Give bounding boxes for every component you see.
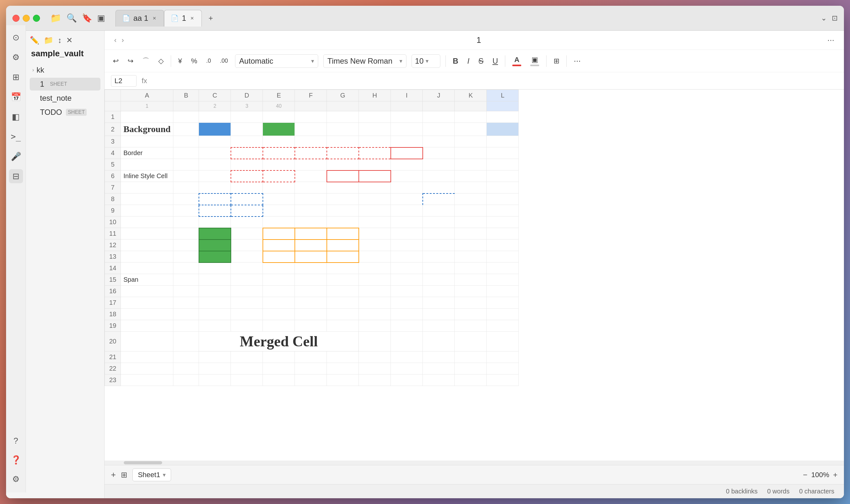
close-button[interactable] bbox=[13, 15, 19, 22]
cell-d5[interactable] bbox=[231, 159, 263, 170]
cell-d16[interactable] bbox=[231, 286, 263, 297]
cell-k11[interactable] bbox=[455, 228, 487, 239]
cell-l13[interactable] bbox=[487, 251, 519, 263]
sidebar-icon-home[interactable]: ⊙ bbox=[9, 31, 23, 44]
cell-l6[interactable] bbox=[487, 170, 519, 182]
cell-d9[interactable] bbox=[231, 205, 263, 216]
cell-i9[interactable] bbox=[391, 205, 423, 216]
cell-h2[interactable] bbox=[359, 123, 391, 136]
col-header-i[interactable]: I bbox=[391, 90, 423, 101]
cell-k22[interactable] bbox=[455, 363, 487, 375]
font-color-button[interactable]: A bbox=[510, 54, 523, 68]
close-panel-icon[interactable]: ✕ bbox=[66, 36, 73, 45]
cell-h14[interactable] bbox=[359, 263, 391, 274]
col-header-j[interactable]: J bbox=[423, 90, 455, 101]
sidebar-icon-grid[interactable]: ⊞ bbox=[9, 70, 23, 84]
currency-button[interactable]: ¥ bbox=[176, 56, 184, 67]
cell-a15[interactable]: Span bbox=[121, 274, 173, 286]
undo-button[interactable]: ↩ bbox=[111, 56, 121, 67]
cell-b20[interactable] bbox=[173, 331, 199, 352]
cell-e14[interactable] bbox=[263, 263, 295, 274]
cell-a14[interactable] bbox=[121, 263, 173, 274]
cell-k5[interactable] bbox=[455, 159, 487, 170]
cell-b10[interactable] bbox=[173, 216, 199, 228]
cell-reference[interactable]: L2 bbox=[111, 75, 137, 87]
cell-e23[interactable] bbox=[263, 375, 295, 386]
cell-l16[interactable] bbox=[487, 286, 519, 297]
cell-j9[interactable] bbox=[423, 205, 455, 216]
cell-l9[interactable] bbox=[487, 205, 519, 216]
cell-l11[interactable] bbox=[487, 228, 519, 239]
cell-c16[interactable] bbox=[199, 286, 231, 297]
cell-k4[interactable] bbox=[455, 147, 487, 159]
cell-h4[interactable] bbox=[359, 147, 391, 159]
horizontal-scrollbar[interactable] bbox=[105, 461, 844, 465]
cell-c21[interactable] bbox=[199, 352, 231, 363]
cell-c11[interactable] bbox=[199, 228, 231, 239]
cell-b6[interactable] bbox=[173, 170, 199, 182]
cell-a13[interactable] bbox=[121, 251, 173, 263]
cell-h11[interactable] bbox=[359, 228, 391, 239]
new-folder-icon[interactable]: 📁 bbox=[44, 36, 53, 45]
cell-i20[interactable] bbox=[391, 331, 423, 352]
cell-c8[interactable] bbox=[199, 194, 231, 205]
cell-k13[interactable] bbox=[455, 251, 487, 263]
cell-i16[interactable] bbox=[391, 286, 423, 297]
cell-c15[interactable] bbox=[199, 274, 231, 286]
sidebar-icon-settings[interactable]: ⚙ bbox=[9, 472, 23, 486]
cell-i17[interactable] bbox=[391, 297, 423, 309]
cell-b5[interactable] bbox=[173, 159, 199, 170]
tab-aa1[interactable]: 📄 aa 1 ✕ bbox=[115, 10, 164, 26]
cell-f17[interactable] bbox=[295, 297, 327, 309]
cell-e22[interactable] bbox=[263, 363, 295, 375]
strikethrough-button[interactable]: S bbox=[476, 55, 485, 67]
cell-i12[interactable] bbox=[391, 239, 423, 251]
cell-a8[interactable] bbox=[121, 194, 173, 205]
cell-j5[interactable] bbox=[423, 159, 455, 170]
fill-color-button[interactable]: ▣ bbox=[528, 54, 541, 68]
cell-j11[interactable] bbox=[423, 228, 455, 239]
cell-b1[interactable] bbox=[173, 111, 199, 123]
cell-c4[interactable] bbox=[199, 147, 231, 159]
cell-e13[interactable] bbox=[263, 251, 295, 263]
cell-h8[interactable] bbox=[359, 194, 391, 205]
clear-button[interactable]: ◇ bbox=[156, 56, 166, 67]
cell-e2[interactable] bbox=[263, 123, 295, 136]
cell-b23[interactable] bbox=[173, 375, 199, 386]
cell-j16[interactable] bbox=[423, 286, 455, 297]
cell-b9[interactable] bbox=[173, 205, 199, 216]
minimize-button[interactable] bbox=[23, 15, 30, 22]
cell-c22[interactable] bbox=[199, 363, 231, 375]
cell-b3[interactable] bbox=[173, 136, 199, 147]
cell-g7[interactable] bbox=[327, 182, 359, 194]
cell-a21[interactable] bbox=[121, 352, 173, 363]
cell-l15[interactable] bbox=[487, 274, 519, 286]
cell-g9[interactable] bbox=[327, 205, 359, 216]
cell-e12[interactable] bbox=[263, 239, 295, 251]
cell-c13[interactable] bbox=[199, 251, 231, 263]
cell-i1[interactable] bbox=[391, 111, 423, 123]
tab-1-close[interactable]: ✕ bbox=[189, 15, 195, 21]
cell-f13[interactable] bbox=[295, 251, 327, 263]
cell-g22[interactable] bbox=[327, 363, 359, 375]
cell-k14[interactable] bbox=[455, 263, 487, 274]
cell-g5[interactable] bbox=[327, 159, 359, 170]
cell-l22[interactable] bbox=[487, 363, 519, 375]
cell-b13[interactable] bbox=[173, 251, 199, 263]
cell-d6[interactable] bbox=[231, 170, 263, 182]
cell-e3[interactable] bbox=[263, 136, 295, 147]
col-header-e[interactable]: E bbox=[263, 90, 295, 101]
cell-f1[interactable] bbox=[295, 111, 327, 123]
cell-l4[interactable] bbox=[487, 147, 519, 159]
cell-j23[interactable] bbox=[423, 375, 455, 386]
cell-k10[interactable] bbox=[455, 216, 487, 228]
cell-k23[interactable] bbox=[455, 375, 487, 386]
cell-c18[interactable] bbox=[199, 309, 231, 320]
cell-b19[interactable] bbox=[173, 320, 199, 331]
cell-f23[interactable] bbox=[295, 375, 327, 386]
sidebar-icon-connect[interactable]: ⚙ bbox=[9, 50, 23, 64]
cell-b4[interactable] bbox=[173, 147, 199, 159]
cell-h22[interactable] bbox=[359, 363, 391, 375]
chevron-down-icon[interactable]: ⌄ bbox=[821, 14, 827, 22]
cell-l5[interactable] bbox=[487, 159, 519, 170]
